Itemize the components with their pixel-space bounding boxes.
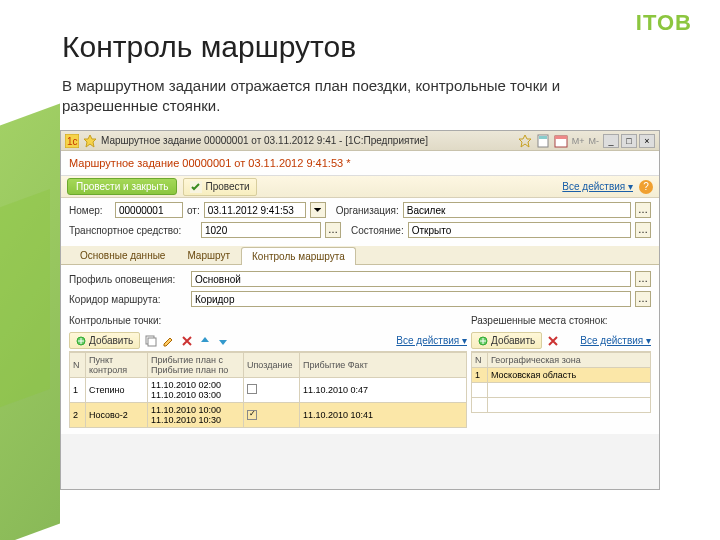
checkpoints-title: Контрольные точки: <box>69 315 467 326</box>
checkpoints-panel: Контрольные точки: Добавить Все действия… <box>69 311 467 428</box>
org-field[interactable] <box>403 202 631 218</box>
corridor-picker-button[interactable]: … <box>635 291 651 307</box>
mminus-button[interactable]: M- <box>589 136 600 146</box>
edit-icon[interactable] <box>162 334 176 348</box>
command-bar: Провести и закрыть Провести Все действия… <box>61 176 659 198</box>
app-icon: 1c <box>65 134 79 148</box>
parking-panel: Разрешенные места стоянок: Добавить Все … <box>471 311 651 428</box>
brand-logo: ITOB <box>636 10 692 36</box>
date-picker-button[interactable]: ⏷ <box>310 202 326 218</box>
svg-marker-3 <box>519 135 531 147</box>
svg-marker-2 <box>84 135 96 147</box>
number-field[interactable] <box>115 202 183 218</box>
profile-picker-button[interactable]: … <box>635 271 651 287</box>
col-zone: Географическая зона <box>488 353 651 368</box>
add-parking-button[interactable]: Добавить <box>471 332 542 349</box>
svg-rect-7 <box>555 136 567 139</box>
svg-rect-5 <box>539 136 547 139</box>
number-label: Номер: <box>69 205 111 216</box>
col-arrive: Прибытие план с Прибытие план по <box>148 353 244 378</box>
date-field[interactable] <box>204 202 306 218</box>
checkpoints-all-actions[interactable]: Все действия ▾ <box>396 335 467 346</box>
vehicle-field[interactable] <box>201 222 321 238</box>
vehicle-label: Транспортное средство: <box>69 225 197 236</box>
movedown-icon[interactable] <box>216 334 230 348</box>
star-icon[interactable] <box>83 134 97 148</box>
tab-route[interactable]: Маршрут <box>176 246 241 264</box>
vehicle-picker-button[interactable]: … <box>325 222 341 238</box>
calc-icon[interactable] <box>536 134 550 148</box>
profile-label: Профиль оповещения: <box>69 274 187 285</box>
col-n2: N <box>472 353 488 368</box>
favorite-icon[interactable] <box>518 134 532 148</box>
tab-main[interactable]: Основные данные <box>69 246 176 264</box>
corridor-label: Коридор маршрута: <box>69 294 187 305</box>
col-fact: Прибытие Факт <box>300 353 467 378</box>
checkpoints-table[interactable]: N Пункт контроля Прибытие план с Прибыти… <box>69 352 467 428</box>
tabs: Основные данные Маршрут Контроль маршрут… <box>61 246 659 265</box>
parking-all-actions[interactable]: Все действия ▾ <box>580 335 651 346</box>
delete-icon[interactable] <box>546 334 560 348</box>
minimize-button[interactable]: _ <box>603 134 619 148</box>
tab-control[interactable]: Контроль маршрута <box>241 247 356 265</box>
table-row[interactable] <box>472 398 651 413</box>
state-field[interactable] <box>408 222 631 238</box>
slide-title: Контроль маршрутов <box>62 30 356 64</box>
slide-subtitle: В маршрутном задании отражается план пое… <box>62 76 622 117</box>
window-title: Маршрутное задание 00000001 от 03.11.201… <box>101 135 514 146</box>
table-row[interactable]: 1 Степино 11.10.2010 02:0011.10.2010 03:… <box>70 378 467 403</box>
table-row[interactable] <box>472 383 651 398</box>
col-late: Uпоздание <box>244 353 300 378</box>
profile-field[interactable] <box>191 271 631 287</box>
app-window: 1c Маршрутное задание 00000001 от 03.11.… <box>60 130 660 490</box>
svg-rect-11 <box>148 338 156 346</box>
document-title: Маршрутное задание 00000001 от 03.11.201… <box>61 151 659 176</box>
late-checkbox[interactable] <box>247 410 257 420</box>
all-actions-link[interactable]: Все действия ▾ <box>562 181 633 192</box>
delete-icon[interactable] <box>180 334 194 348</box>
state-picker-button[interactable]: … <box>635 222 651 238</box>
tab-pane-control: Профиль оповещения: … Коридор маршрута: … <box>61 265 659 434</box>
table-row[interactable]: 1 Московская область <box>472 368 651 383</box>
maximize-button[interactable]: □ <box>621 134 637 148</box>
col-n: N <box>70 353 86 378</box>
date-label: от: <box>187 205 200 216</box>
add-checkpoint-button[interactable]: Добавить <box>69 332 140 349</box>
mplus-button[interactable]: M+ <box>572 136 585 146</box>
parking-table[interactable]: N Географическая зона 1 Московская облас… <box>471 352 651 413</box>
moveup-icon[interactable] <box>198 334 212 348</box>
org-picker-button[interactable]: … <box>635 202 651 218</box>
table-row[interactable]: 2 Носово-2 11.10.2010 10:0011.10.2010 10… <box>70 403 467 428</box>
corridor-field[interactable] <box>191 291 631 307</box>
save-button[interactable]: Провести <box>183 178 256 196</box>
svg-text:1c: 1c <box>67 136 78 147</box>
parking-title: Разрешенные места стоянок: <box>471 315 651 326</box>
late-checkbox[interactable] <box>247 384 257 394</box>
calendar-icon[interactable] <box>554 134 568 148</box>
col-point: Пункт контроля <box>86 353 148 378</box>
titlebar: 1c Маршрутное задание 00000001 от 03.11.… <box>61 131 659 151</box>
org-label: Организация: <box>336 205 399 216</box>
save-close-button[interactable]: Провести и закрыть <box>67 178 177 195</box>
close-button[interactable]: × <box>639 134 655 148</box>
help-button[interactable]: ? <box>639 180 653 194</box>
header-fields: Номер: от: ⏷ Организация: … Транспортное… <box>61 198 659 246</box>
copy-icon[interactable] <box>144 334 158 348</box>
state-label: Состояние: <box>351 225 404 236</box>
